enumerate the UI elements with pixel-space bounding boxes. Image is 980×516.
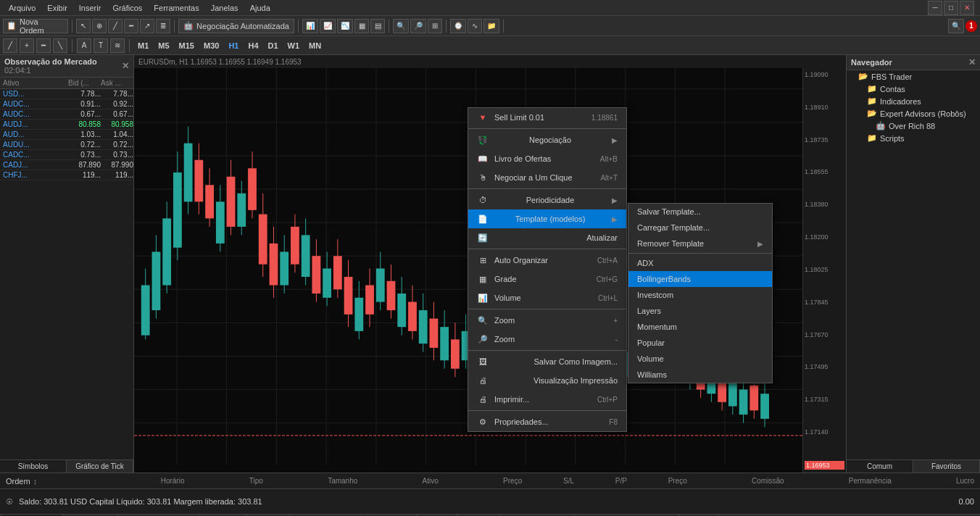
- tf-w1[interactable]: W1: [284, 40, 304, 51]
- ctx-remover-template[interactable]: Remover Template ▶: [628, 236, 772, 251]
- orders-col-sl: S/L: [563, 477, 574, 485]
- navigator-tabs: Comum Favoritos: [847, 459, 980, 473]
- nav-item-over-rich[interactable]: 🤖 Over Rich 88: [847, 120, 980, 132]
- zoom-out-btn[interactable]: 🔍: [393, 19, 409, 33]
- nav-item-contas[interactable]: 📁 Contas: [847, 83, 980, 95]
- indicators-btn[interactable]: ∿: [468, 19, 482, 33]
- mw-row-usd[interactable]: USD... 7.78... 7.78...: [0, 89, 133, 99]
- tf-m5[interactable]: M5: [154, 40, 173, 51]
- nav-item-experts[interactable]: 📂 Expert Advisors (Robôs): [847, 107, 980, 120]
- ctx-volume[interactable]: 📊 Volume Ctrl+L: [468, 288, 626, 307]
- ctx-momentum[interactable]: Momentum: [628, 319, 772, 335]
- mw-row-cadj[interactable]: CADJ... 87.890 87.990: [0, 160, 133, 170]
- ctx-livro[interactable]: 📖 Livro de Ofertas Alt+B: [468, 149, 626, 168]
- ctx-layers[interactable]: Layers: [628, 303, 772, 319]
- ctx-bollinger[interactable]: BollingerBands: [628, 271, 772, 287]
- templates-btn[interactable]: 📁: [483, 19, 499, 33]
- ctx-grade[interactable]: ▦ Grade Ctrl+G: [468, 270, 626, 288]
- ctx-negociacao[interactable]: 💱 Negociação ▶: [468, 130, 626, 149]
- trendline-tool[interactable]: ↗: [140, 19, 154, 33]
- mw-row-audc1[interactable]: AUDC... 0.91... 0.92...: [0, 99, 133, 109]
- auto-neg-btn[interactable]: 🤖 Negociação Automatizada: [178, 19, 294, 33]
- tf-m1[interactable]: M1: [134, 40, 152, 51]
- zoom-custom-btn[interactable]: ⊞: [428, 19, 442, 33]
- ctx-adx[interactable]: ADX: [628, 255, 772, 271]
- tf-tool6[interactable]: T: [94, 38, 108, 53]
- chart-type2[interactable]: 📈: [320, 19, 336, 33]
- tf-tool5[interactable]: A: [77, 38, 91, 53]
- tf-tool1[interactable]: ╱: [3, 38, 17, 53]
- chart-type1[interactable]: 📊: [302, 19, 318, 33]
- period-sep-btn[interactable]: ⌚: [450, 19, 466, 33]
- ctx-zoom-in[interactable]: 🔍 Zoom +: [468, 311, 626, 330]
- ctx-carregar-template[interactable]: Carregar Template...: [628, 220, 772, 236]
- tf-m15[interactable]: M15: [175, 40, 198, 51]
- tf-h1[interactable]: H1: [225, 40, 242, 51]
- ctx-periodicidade[interactable]: ⏱ Periodicidade ▶: [468, 191, 626, 209]
- mw-row-audu[interactable]: AUDU... 0.72... 0.72...: [0, 140, 133, 150]
- ctx-visualizacao[interactable]: 🖨 Visualização Impressão: [468, 371, 626, 390]
- ctx-template[interactable]: 📄 Template (modelos) ▶: [468, 209, 626, 228]
- ctx-atualizar[interactable]: 🔄 Atualizar: [468, 228, 626, 247]
- tf-m30[interactable]: M30: [200, 40, 223, 51]
- mw-row-aud[interactable]: AUD... 1.03... 1.04...: [0, 130, 133, 140]
- ctx-salvar-imagem[interactable]: 🖼 Salvar Como Imagem...: [468, 352, 626, 371]
- tf-mn[interactable]: MN: [305, 40, 325, 51]
- chart-type5[interactable]: ▤: [370, 19, 385, 33]
- new-order-btn[interactable]: 📋 Nova Ordem: [3, 19, 68, 33]
- menu-janelas[interactable]: Janelas: [205, 2, 244, 14]
- navigator-close[interactable]: ✕: [968, 57, 976, 67]
- ctx-negociar-clique[interactable]: 🖱 Negociar a Um Clique Alt+T: [468, 168, 626, 187]
- mw-row-audc2[interactable]: AUDC... 0.67... 0.67...: [0, 109, 133, 120]
- ctx-salvar-template[interactable]: Salvar Template...: [628, 204, 772, 220]
- ctx-sell-limit[interactable]: ▼ Sell Limit 0.01 1.18861: [468, 108, 626, 127]
- nav-item-indicadores[interactable]: 📁 Indicadores: [847, 95, 980, 107]
- market-watch-close[interactable]: ✕: [122, 61, 129, 71]
- ctx-volume-template[interactable]: Volume: [628, 351, 772, 367]
- fib-tool[interactable]: ≣: [156, 19, 170, 33]
- mw-row-chfj[interactable]: CHFJ... 119... 119...: [0, 170, 133, 180]
- ctx-investcom[interactable]: Investcom: [628, 287, 772, 303]
- hline-tool[interactable]: ━: [124, 19, 138, 33]
- nav-item-fbs[interactable]: 📂 FBS Trader: [847, 70, 980, 83]
- tab-favoritos[interactable]: Favoritos: [913, 460, 980, 473]
- chart-type4[interactable]: ▦: [354, 19, 369, 33]
- tf-d1[interactable]: D1: [265, 40, 282, 51]
- menu-ajuda[interactable]: Ajuda: [244, 2, 276, 14]
- tf-h4[interactable]: H4: [244, 40, 262, 51]
- period-arrow: ▶: [612, 196, 618, 204]
- search-btn[interactable]: 🔍: [948, 19, 964, 33]
- tf-tool2[interactable]: +: [20, 38, 34, 53]
- mw-row-audj[interactable]: AUDJ... 80.858 80.958: [0, 120, 133, 130]
- market-watch-time: 02:04:1: [4, 66, 31, 75]
- tab-simbolos[interactable]: Símbolos: [0, 460, 67, 473]
- tab-grafico-tick[interactable]: Gráfico de Tick: [67, 460, 133, 473]
- tf-tool3[interactable]: ━: [36, 38, 51, 53]
- mw-row-cadc[interactable]: CADC... 0.73... 0.73...: [0, 150, 133, 160]
- zoom-in-btn[interactable]: 🔎: [410, 19, 426, 33]
- minimize-button[interactable]: ─: [928, 1, 942, 15]
- ctx-williams[interactable]: Williams: [628, 367, 772, 383]
- ctx-auto-organizar[interactable]: ⊞ Auto Organizar Ctrl+A: [468, 251, 626, 270]
- close-button[interactable]: ✕: [960, 1, 974, 15]
- menu-arquivo[interactable]: Arquivo: [3, 2, 41, 14]
- menu-inserir[interactable]: Inserir: [73, 2, 107, 14]
- tf-tool4[interactable]: ╲: [53, 38, 67, 53]
- arrow-tool[interactable]: ↖: [76, 19, 91, 33]
- restore-button[interactable]: □: [944, 1, 958, 15]
- ctx-propriedades[interactable]: ⚙ Propriedades... F8: [468, 412, 626, 431]
- sep2: [174, 20, 175, 33]
- nav-item-scripts[interactable]: 📁 Scripts: [847, 132, 980, 144]
- crosshair-tool[interactable]: ⊕: [92, 19, 107, 33]
- tab-comum[interactable]: Comum: [847, 460, 913, 473]
- menu-graficos[interactable]: Gráficos: [107, 2, 148, 14]
- line-tool[interactable]: ╱: [108, 19, 122, 33]
- menu-exibir[interactable]: Exibir: [41, 2, 73, 14]
- menu-ferramentas[interactable]: Ferramentas: [148, 2, 204, 14]
- ctx-zoom-out[interactable]: 🔎 Zoom -: [468, 330, 626, 349]
- tf-tool7[interactable]: ≋: [110, 38, 125, 53]
- ctx-popular[interactable]: Popular: [628, 335, 772, 351]
- chart-type3[interactable]: 📉: [337, 19, 353, 33]
- terminal-tab-indicator: ⦿: [6, 498, 13, 506]
- ctx-imprimir[interactable]: 🖨 Imprimir... Ctrl+P: [468, 390, 626, 409]
